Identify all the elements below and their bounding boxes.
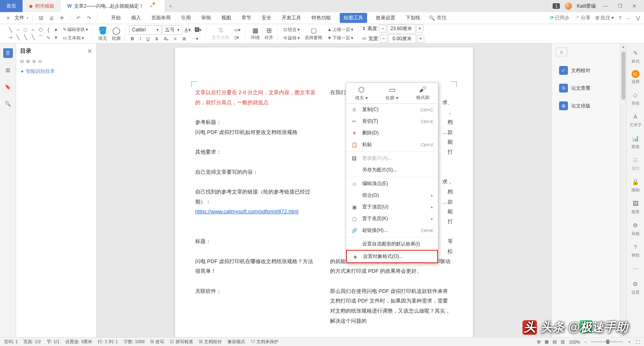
ctx-outline-button[interactable]: ▭轮廓 ▾ [377,83,407,103]
width-input[interactable]: 0.00厘米 [388,34,416,43]
ctx-cut[interactable]: ✂剪切(T)Ctrl+X [346,115,438,127]
fill-button[interactable]: 🪣填充 [97,25,109,42]
menu-icon[interactable]: ≡ [4,14,12,22]
tab-daoke[interactable]: ◆稻壳模板 [23,0,61,12]
textdir-button[interactable]: ⇅文字方向 [210,26,231,41]
font-size-combo[interactable]: 五号▾ [162,25,182,35]
tab-document[interactable]: W 文章2——闪电...起步就能搞定！ ✕ [61,0,165,12]
plagiarism-button[interactable]: ⎘论文查重 [556,81,616,95]
width-plus[interactable]: + [417,35,424,43]
ctx-formatbrush-button[interactable]: 🖌格式刷 [407,83,438,103]
collapse-ribbon-icon[interactable]: ︿ [626,14,631,21]
close-icon[interactable]: ✕ [149,4,153,8]
status-section[interactable]: 节: 1/1 [47,339,60,345]
ctx-group[interactable]: 组合(G)▸ [346,189,438,201]
review-button[interactable]: ⊞ 批注 ▾ [595,14,614,21]
tab-devtools[interactable]: 开发工具 [280,13,303,23]
wordart-sidebar-button[interactable]: A艺术字 [630,112,642,128]
margin-button[interactable]: ▭▾ [233,27,242,33]
tab-effectset[interactable]: 效果设置 [374,13,397,23]
help-sidebar-button[interactable]: ?帮助 [631,242,640,258]
close-button[interactable]: ✕ [630,3,639,9]
align-left-button[interactable]: ≡ [172,35,178,42]
align-obj-button[interactable]: ⊞对齐 [263,26,275,41]
status-wordcount[interactable]: 字数: 1068 [124,339,145,345]
tab-section[interactable]: 章节 [240,13,253,23]
tab-start[interactable]: 开始 [109,13,122,23]
textbox-button[interactable]: ▭ 文本框 ▾ [61,34,90,42]
redo-icon[interactable]: ↷ [85,14,93,22]
doc-proof-button[interactable]: ✓文档校对 [556,64,616,77]
zoom-out-icon[interactable]: − [584,340,587,344]
expand-all-icon[interactable]: ⊞ [26,59,30,64]
more-align-button[interactable]: ⋯▾ [190,35,200,42]
search-box[interactable]: 🔍 查找 [429,14,446,21]
undo-icon[interactable]: ↶ [74,14,83,22]
zoom-value[interactable]: 100% [569,340,580,344]
font-name-combo[interactable]: Calibri▾ [129,25,161,35]
shape-gallery[interactable]: ╲→□○⬡{▾ ⇢╲╲╲⌒∿▾ [6,26,60,41]
view-mode4-icon[interactable]: ▥ [561,339,565,344]
fullscreen-icon[interactable]: ⛶ [636,340,640,344]
theme-sidebar-button[interactable]: ⚙风格 [631,220,640,237]
height-minus[interactable]: − [379,25,386,33]
badge-sidebar[interactable]: 81选择 [632,70,640,84]
limit-sidebar-button[interactable]: 🔒限制 [631,177,640,193]
style-sidebar-button[interactable]: ✎样式 [631,48,640,64]
ctx-set-default[interactable]: 设置自选图形的默认效果(I) [346,238,438,250]
more-sidebar-icon[interactable]: ⋯ [631,264,640,274]
ctx-fill-button[interactable]: ⬡填充 ▾ [346,83,377,103]
bring-forward-button[interactable]: ▲ 上移一层 ▾ [326,26,355,33]
sync-status[interactable]: ⟳ 已同步 [550,14,570,21]
zoom-slider[interactable] [591,341,623,342]
shape-sidebar-button[interactable]: ◇形状 [631,90,640,106]
doc-link[interactable]: https://www.callmysoft.com/pdfprint/872.… [195,208,298,214]
tab-home[interactable]: 首页 [0,0,23,12]
restore-button[interactable]: ❐ [615,3,625,9]
outline-button[interactable]: ◯轮廓 [110,25,122,42]
font-color-button[interactable]: A▾ [183,25,192,35]
save-icon[interactable]: 🖫 [37,14,45,22]
status-page[interactable]: 页面: 1/2 [23,339,41,345]
height-input[interactable]: 23.60厘米 [387,24,415,33]
margin2-button[interactable]: ▯▾ [233,34,242,41]
smart-outline-button[interactable]: ✦智能识别目录 [20,68,92,75]
status-docproof[interactable]: ☒ 文档校对 [199,339,222,345]
tab-review[interactable]: 审阅 [200,13,213,23]
outline-panel-icon[interactable]: ☰ [3,48,13,58]
tab-drawingtools[interactable]: 绘图工具 [340,13,367,23]
status-protect[interactable]: 🛡 文档未保护 [251,339,279,345]
add-tab-button[interactable]: ＋ [165,3,177,10]
notify-badge[interactable]: 1 [553,3,560,9]
search-panel-icon[interactable]: 🔍 [3,99,13,109]
view-mode2-icon[interactable]: ▦ [545,339,549,344]
edit-shape-button[interactable]: ✎ 编辑形状 ▾ [61,26,90,33]
bold-button[interactable]: B [129,35,136,42]
tab-pagelayout[interactable]: 页面布局 [150,13,172,23]
ctx-save-as-pic[interactable]: 另存为图片(S)... [346,164,438,176]
underline-button[interactable]: U [145,35,151,42]
avatar[interactable] [565,2,572,10]
ctx-bring-top[interactable]: ▣置于顶层(U)▸ [346,201,438,213]
tab-insert[interactable]: 插入 [130,13,142,23]
collapse-all-icon[interactable]: ⊟ [20,59,24,64]
ctx-copy[interactable]: ⎘复制(C)Ctrl+C [346,104,438,115]
ctx-paste[interactable]: 📋粘贴Ctrl+V [346,139,438,150]
width-minus[interactable]: − [380,35,387,43]
tab-feature[interactable]: 特色功能 [310,13,332,23]
tab-underline[interactable]: 下划线 [404,13,422,23]
view-mode3-icon[interactable]: ▤ [553,339,557,344]
group-button[interactable]: ⊡ 组合 ▾ [282,26,301,33]
view-mode-icon[interactable]: ⊞ [537,339,541,344]
ctx-send-bottom[interactable]: ▢置于底层(K)▸ [346,213,438,224]
strike-button[interactable]: S̶ [154,35,160,42]
tab-reference[interactable]: 引用 [180,13,192,23]
print-icon[interactable]: 🖨 [47,14,56,22]
status-pageno[interactable]: 页码: 1 [4,339,18,345]
send-backward-button[interactable]: ▼ 下移一层 ▾ [326,34,355,42]
status-revise[interactable]: ☒ 改写 [150,339,164,345]
vertical-scrollbar[interactable]: ▴ ▾ ⊕ [620,43,626,337]
selection-pane-button[interactable]: ▢选择窗格 [303,26,324,41]
ctx-hyperlink[interactable]: 🔗超链接(H)...Ctrl+K [346,224,438,236]
wrap-button[interactable]: ▦环绕 [249,26,261,41]
